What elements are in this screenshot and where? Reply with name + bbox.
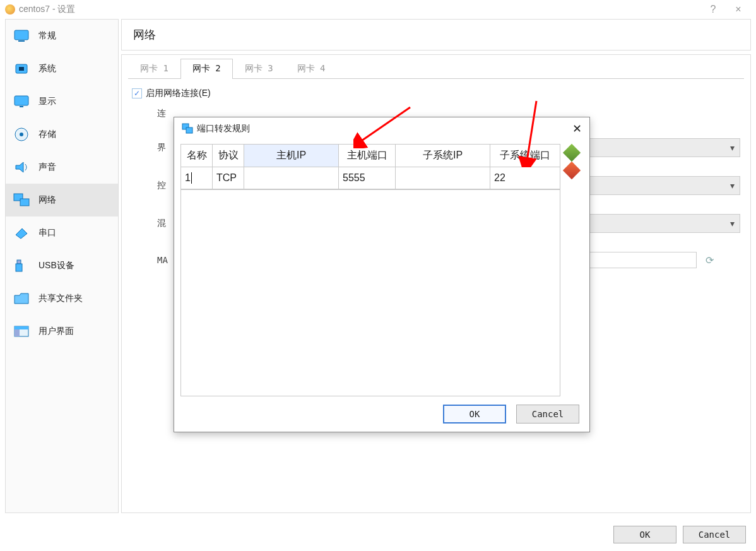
svg-rect-0 [15, 30, 28, 40]
adapter-type-combo[interactable]: ▾ [580, 138, 740, 157]
adapter-name-label: 界 [132, 142, 157, 153]
table-header: 名称 协议 主机IP 主机端口 子系统IP 子系统端口 [181, 145, 560, 167]
sidebar-item-audio[interactable]: 声音 [6, 151, 118, 184]
cell-host-ip[interactable] [244, 167, 339, 189]
disk-icon [13, 127, 30, 141]
svg-rect-16 [15, 329, 20, 336]
controller-label: 控 [132, 180, 157, 191]
svg-marker-8 [16, 162, 23, 172]
ui-icon [13, 324, 30, 338]
attached-to-label: 连 [132, 108, 157, 119]
sidebar-item-shared-folders[interactable]: 共享文件夹 [6, 282, 118, 315]
speaker-icon [13, 160, 30, 174]
svg-rect-4 [15, 96, 28, 105]
svg-point-7 [20, 133, 23, 136]
sidebar-item-display[interactable]: 显示 [6, 85, 118, 118]
svg-rect-3 [19, 67, 24, 71]
port-forward-table: 名称 协议 主机IP 主机端口 子系统IP 子系统端口 1 TCP 5555 2… [180, 144, 560, 396]
dialog-icon [182, 123, 193, 134]
svg-rect-15 [15, 326, 28, 329]
sidebar-item-label: USB设备 [38, 260, 74, 271]
add-rule-icon[interactable] [563, 144, 581, 162]
sidebar-item-usb[interactable]: USB设备 [6, 249, 118, 282]
col-host-ip[interactable]: 主机IP [244, 145, 339, 167]
port-forwarding-dialog: 端口转发规则 ✕ 名称 协议 主机IP 主机端口 子系统IP 子系统端口 1 T… [174, 117, 590, 432]
cell-guest-ip[interactable] [396, 167, 490, 189]
sidebar-item-system[interactable]: 系统 [6, 52, 118, 85]
col-guest-ip[interactable]: 子系统IP [396, 145, 490, 167]
sidebar-item-label: 串口 [38, 227, 56, 239]
cell-name[interactable]: 1 [181, 167, 213, 189]
gear-icon [5, 4, 15, 15]
network-icon [13, 193, 30, 207]
sidebar-item-label: 系统 [38, 63, 56, 74]
col-host-port[interactable]: 主机端口 [339, 145, 396, 167]
dialog-close-icon[interactable]: ✕ [572, 122, 582, 136]
text-cursor [191, 172, 192, 184]
sidebar-item-label: 存储 [38, 129, 56, 140]
tab-adapter-4[interactable]: 网卡 4 [285, 59, 338, 79]
adapter-tabs: 网卡 1 网卡 2 网卡 3 网卡 4 [128, 59, 744, 79]
mac-label: MA [132, 255, 157, 265]
dialog-cancel-button[interactable]: Cancel [516, 405, 579, 424]
window-titlebar: centos7 - 设置 ? × [0, 0, 756, 19]
dialog-body: 名称 协议 主机IP 主机端口 子系统IP 子系统端口 1 TCP 5555 2… [174, 140, 589, 396]
content-header: 网络 [121, 19, 751, 50]
sidebar-item-network[interactable]: 网络 [6, 184, 118, 216]
cell-protocol[interactable]: TCP [213, 167, 244, 189]
remove-rule-icon[interactable] [563, 162, 581, 179]
display-icon [13, 95, 30, 109]
chip-icon [13, 62, 30, 76]
sidebar-item-label: 共享文件夹 [38, 293, 83, 304]
tab-adapter-1[interactable]: 网卡 1 [128, 59, 180, 79]
svg-rect-5 [20, 106, 23, 107]
col-guest-port[interactable]: 子系统端口 [490, 145, 560, 167]
table-side-buttons [560, 144, 583, 396]
serial-icon [13, 226, 30, 240]
svg-rect-1 [18, 40, 25, 42]
usb-icon [13, 259, 30, 273]
refresh-mac-icon[interactable]: ⟳ [706, 254, 714, 266]
sidebar-item-serial[interactable]: 串口 [6, 216, 118, 249]
svg-rect-10 [20, 199, 29, 206]
enable-network-label: 启用网络连接(E) [146, 88, 211, 99]
cancel-button[interactable]: Cancel [683, 526, 746, 543]
cell-guest-port[interactable]: 22 [490, 167, 560, 189]
dialog-title: 端口转发规则 [197, 123, 250, 134]
sidebar-item-general[interactable]: 常规 [6, 20, 118, 52]
ok-button[interactable]: OK [613, 526, 676, 543]
folder-icon [13, 292, 30, 305]
promiscuous-combo[interactable]: ▾ [580, 214, 740, 233]
sidebar-item-storage[interactable]: 存储 [6, 118, 118, 151]
close-icon[interactable]: × [726, 4, 751, 15]
monitor-icon [13, 29, 30, 43]
table-row[interactable]: 1 TCP 5555 22 [181, 167, 560, 190]
sidebar-item-label: 显示 [38, 96, 56, 107]
col-name[interactable]: 名称 [181, 145, 213, 167]
dialog-ok-button[interactable]: OK [443, 405, 506, 424]
promiscuous-label: 混 [132, 218, 157, 229]
sidebar-item-label: 用户界面 [38, 326, 74, 337]
tab-adapter-2[interactable]: 网卡 2 [180, 59, 233, 79]
cell-host-port[interactable]: 5555 [339, 167, 396, 189]
window-title: centos7 - 设置 [19, 4, 75, 15]
settings-sidebar: 常规 系统 显示 存储 声音 [5, 19, 119, 513]
page-title: 网络 [133, 27, 156, 42]
enable-network-checkbox[interactable]: ✓ [132, 88, 142, 98]
mac-input[interactable] [580, 252, 697, 268]
col-protocol[interactable]: 协议 [213, 145, 244, 167]
svg-rect-18 [186, 127, 192, 133]
sidebar-item-user-interface[interactable]: 用户界面 [6, 315, 118, 348]
dialog-footer: OK Cancel [174, 396, 589, 432]
dialog-titlebar: 端口转发规则 ✕ [174, 117, 589, 140]
window-footer: OK Cancel [613, 526, 746, 543]
help-icon[interactable]: ? [700, 4, 726, 15]
sidebar-item-label: 网络 [38, 194, 56, 206]
svg-marker-11 [16, 228, 27, 239]
sidebar-item-label: 声音 [38, 162, 56, 173]
svg-rect-12 [17, 260, 21, 264]
controller-combo[interactable]: ▾ [580, 176, 740, 195]
svg-rect-13 [16, 264, 22, 271]
sidebar-item-label: 常规 [38, 30, 56, 42]
tab-adapter-3[interactable]: 网卡 3 [233, 59, 285, 79]
